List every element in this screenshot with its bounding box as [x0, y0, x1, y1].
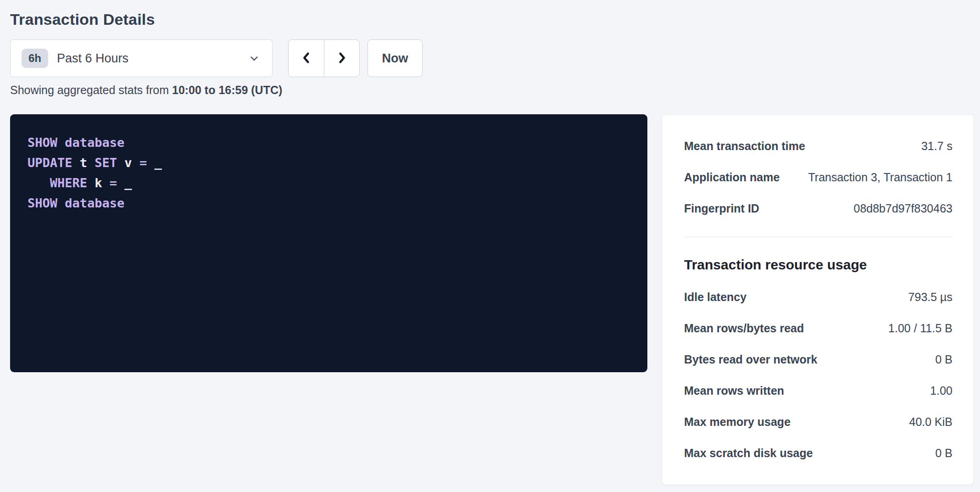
sql-line: SHOW database: [28, 193, 638, 213]
prev-time-range-button[interactable]: [289, 40, 324, 77]
stat-label: Application name: [684, 171, 780, 184]
stat-value: 0 B: [935, 353, 952, 366]
stats-subtitle-range: 10:00 to 16:59 (UTC): [172, 84, 282, 96]
resource-stats-section: Idle latency 793.5 µs Mean rows/bytes re…: [684, 281, 952, 469]
sql-line: UPDATE t SET v = _: [28, 153, 638, 173]
sql-token: _: [147, 156, 162, 170]
stat-value: 1.00 / 11.5 B: [888, 322, 952, 335]
time-range-pager: [288, 39, 360, 77]
sql-token: SET: [95, 156, 117, 170]
time-range-label: Past 6 Hours: [57, 51, 128, 66]
stat-value: Transaction 3, Transaction 1: [808, 171, 952, 184]
chevron-left-icon: [299, 50, 314, 67]
stat-row: Application name Transaction 3, Transact…: [684, 162, 952, 193]
stats-subtitle: Showing aggregated stats from 10:00 to 1…: [10, 83, 974, 97]
stat-value: 0 B: [935, 447, 952, 460]
stat-label: Idle latency: [684, 291, 746, 304]
stat-label: Mean rows/bytes read: [684, 322, 804, 335]
time-controls-row: 6h Past 6 Hours Now: [10, 39, 974, 77]
sql-token: UPDATE: [28, 156, 72, 170]
stat-value: 31.7 s: [921, 140, 952, 153]
stat-row: Max memory usage 40.0 KiB: [684, 406, 952, 437]
sql-token: [28, 176, 50, 190]
stat-row: Mean transaction time 31.7 s: [684, 130, 952, 162]
time-range-badge: 6h: [22, 49, 48, 68]
stat-label: Max memory usage: [684, 415, 791, 429]
stat-row: Mean rows/bytes read 1.00 / 11.5 B: [684, 313, 952, 344]
stat-value: 793.5 µs: [908, 291, 952, 304]
stat-value: 1.00: [930, 384, 952, 397]
chevron-right-icon: [334, 50, 349, 67]
card-divider: [684, 237, 952, 237]
sql-statement-box: SHOW databaseUPDATE t SET v = _ WHERE k …: [10, 114, 647, 372]
stat-value: 40.0 KiB: [909, 415, 952, 429]
stat-label: Mean transaction time: [684, 140, 805, 153]
sql-token: SHOW database: [28, 196, 124, 210]
transaction-details-page: Transaction Details 6h Past 6 Hours Now: [0, 0, 980, 485]
stat-label: Max scratch disk usage: [684, 447, 813, 460]
stat-row: Max scratch disk usage 0 B: [684, 437, 952, 469]
time-range-picker[interactable]: 6h Past 6 Hours: [10, 39, 273, 77]
sql-token: k: [87, 176, 110, 190]
stat-row: Mean rows written 1.00: [684, 375, 952, 406]
resource-usage-heading: Transaction resource usage: [684, 256, 952, 274]
sql-token: SHOW database: [28, 135, 124, 150]
sql-token: v: [117, 156, 139, 170]
sql-line: SHOW database: [28, 133, 638, 153]
stat-row: Idle latency 793.5 µs: [684, 281, 952, 313]
transaction-summary-card: Mean transaction time 31.7 s Application…: [662, 114, 974, 485]
sql-line: WHERE k = _: [28, 173, 638, 193]
sql-token: t: [72, 156, 95, 170]
sql-token: =: [110, 176, 117, 190]
stat-label: Bytes read over network: [684, 353, 817, 366]
next-time-range-button[interactable]: [324, 40, 359, 77]
stat-label: Mean rows written: [684, 384, 784, 397]
sql-token: WHERE: [50, 176, 87, 190]
main-content: SHOW databaseUPDATE t SET v = _ WHERE k …: [10, 114, 974, 485]
now-button[interactable]: Now: [368, 39, 423, 77]
stats-subtitle-prefix: Showing aggregated stats from: [10, 84, 172, 96]
stat-row: Fingerprint ID 08d8b7d97f830463: [684, 193, 952, 224]
stat-label: Fingerprint ID: [684, 202, 759, 215]
sql-token: =: [139, 156, 147, 170]
general-stats-section: Mean transaction time 31.7 s Application…: [684, 130, 952, 224]
stat-value: 08d8b7d97f830463: [853, 202, 952, 215]
sql-token: _: [117, 176, 132, 190]
stat-row: Bytes read over network 0 B: [684, 344, 952, 375]
chevron-down-icon: [248, 52, 260, 64]
page-title: Transaction Details: [10, 9, 974, 29]
